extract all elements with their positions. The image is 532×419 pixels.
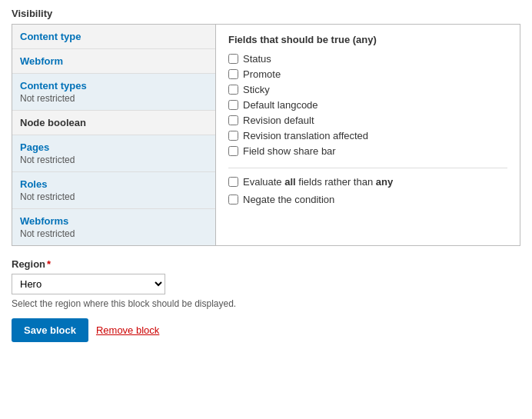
- checkbox-negate-label: Negate the condition: [243, 194, 334, 205]
- fields-title: Fields that should be true (any): [228, 34, 507, 45]
- checkbox-default-langcode-label: Default langcode: [243, 99, 318, 111]
- region-section: Region* Hero Header Footer Sidebar Selec…: [12, 258, 520, 309]
- region-label: Region*: [12, 258, 520, 270]
- checkbox-negate: Negate the condition: [228, 194, 507, 205]
- sidebar-item-content-type[interactable]: Content type: [12, 25, 215, 49]
- checkbox-promote: Promote: [228, 68, 507, 80]
- sidebar-item-content-types[interactable]: Content types Not restricted: [12, 74, 215, 111]
- sidebar-item-pages-sublabel: Not restricted: [20, 155, 208, 165]
- checkbox-negate-input[interactable]: [228, 195, 238, 205]
- visibility-box: Content type Webform Content types Not r…: [12, 24, 520, 246]
- sidebar-item-roles-label[interactable]: Roles: [20, 178, 47, 190]
- sidebar-item-node-boolean: Node boolean: [12, 111, 215, 135]
- checkbox-sticky: Sticky: [228, 84, 507, 95]
- required-star: *: [47, 258, 51, 270]
- checkbox-revision-default-input[interactable]: [228, 115, 238, 125]
- checkbox-revision-default-label: Revision default: [243, 115, 314, 126]
- sidebar-item-webforms[interactable]: Webforms Not restricted: [12, 209, 215, 245]
- checkbox-revision-translation-label: Revision translation affected: [243, 130, 368, 141]
- sidebar-item-pages-label[interactable]: Pages: [20, 141, 49, 153]
- sidebar-item-pages[interactable]: Pages Not restricted: [12, 135, 215, 172]
- checkbox-revision-default: Revision default: [228, 115, 507, 126]
- checkbox-revision-translation: Revision translation affected: [228, 130, 507, 141]
- sidebar-item-webform[interactable]: Webform: [12, 49, 215, 74]
- visibility-title: Visibility: [12, 8, 520, 19]
- checkbox-field-show-share-bar-label: Field show share bar: [243, 145, 336, 157]
- checkbox-sticky-label: Sticky: [243, 84, 270, 95]
- visibility-sidebar: Content type Webform Content types Not r…: [12, 25, 216, 245]
- region-select[interactable]: Hero Header Footer Sidebar: [12, 274, 165, 294]
- sidebar-item-content-types-sublabel: Not restricted: [20, 93, 208, 104]
- remove-button[interactable]: Remove block: [96, 324, 159, 336]
- checkbox-status-input[interactable]: [228, 54, 238, 64]
- checkbox-promote-input[interactable]: [228, 69, 238, 79]
- checkbox-revision-translation-input[interactable]: [228, 131, 238, 141]
- actions-row: Save block Remove block: [12, 318, 520, 342]
- checkbox-default-langcode: Default langcode: [228, 99, 507, 111]
- sidebar-item-webform-label[interactable]: Webform: [20, 55, 63, 67]
- checkbox-field-show-share-bar-input[interactable]: [228, 146, 238, 156]
- checkbox-field-show-share-bar: Field show share bar: [228, 145, 507, 157]
- sidebar-item-webforms-label[interactable]: Webforms: [20, 215, 68, 227]
- region-hint: Select the region where this block shoul…: [12, 298, 520, 309]
- checkbox-evaluate-label: Evaluate all fields rather than any: [243, 176, 393, 188]
- checkbox-status-label: Status: [243, 53, 271, 65]
- checkbox-evaluate: Evaluate all fields rather than any: [228, 176, 507, 188]
- sidebar-item-roles[interactable]: Roles Not restricted: [12, 172, 215, 209]
- visibility-main: Fields that should be true (any) Status …: [216, 25, 520, 245]
- sidebar-item-roles-sublabel: Not restricted: [20, 191, 208, 202]
- save-button[interactable]: Save block: [12, 318, 88, 342]
- checkboxes-group: Status Promote Sticky Default langcode R…: [228, 53, 507, 157]
- sidebar-item-content-types-label[interactable]: Content types: [20, 80, 87, 91]
- checkbox-evaluate-input[interactable]: [228, 177, 238, 187]
- divider: [228, 168, 507, 168]
- sidebar-item-content-type-label[interactable]: Content type: [20, 31, 81, 42]
- sidebar-item-webforms-sublabel: Not restricted: [20, 228, 208, 239]
- checkbox-status: Status: [228, 53, 507, 65]
- checkbox-default-langcode-input[interactable]: [228, 100, 238, 110]
- checkbox-promote-label: Promote: [243, 68, 281, 80]
- checkbox-sticky-input[interactable]: [228, 85, 238, 95]
